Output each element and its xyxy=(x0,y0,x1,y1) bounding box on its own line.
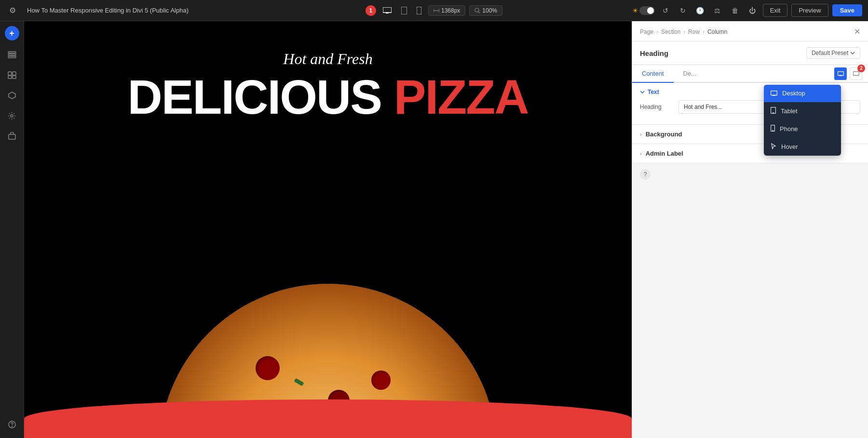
preset-button[interactable]: Default Preset xyxy=(806,47,860,59)
badge-2: 2 xyxy=(857,65,865,72)
panel-tab-right: Desktop Tablet Phone xyxy=(834,65,868,82)
breadcrumb-sep-1: › xyxy=(656,28,658,35)
svg-point-7 xyxy=(475,8,479,12)
width-display[interactable]: 1368px xyxy=(428,5,465,16)
dd-desktop-label: Desktop xyxy=(782,90,805,97)
history-button[interactable]: 🕐 xyxy=(693,4,707,17)
phone-dd-icon xyxy=(771,125,775,133)
phone-device-btn[interactable] xyxy=(414,5,424,16)
dd-tablet-label: Tablet xyxy=(781,107,798,115)
background-section-title: Background xyxy=(646,131,682,138)
svg-point-19 xyxy=(12,426,12,427)
device-dropdown: Desktop Tablet Phone xyxy=(764,85,841,156)
layers-button[interactable] xyxy=(3,46,21,64)
device-tab-wrapper: Desktop Tablet Phone xyxy=(834,67,847,80)
desktop-device-btn[interactable] xyxy=(380,5,394,16)
breadcrumb-sep-2: › xyxy=(683,28,685,35)
panel-breadcrumb: Page › Section › Row › Column ✕ xyxy=(632,21,868,41)
panel-header: Heading Default Preset xyxy=(632,41,868,65)
badge-1: 1 xyxy=(366,5,376,16)
preview-button[interactable]: Preview xyxy=(791,4,828,17)
svg-point-25 xyxy=(773,112,773,113)
preset-label: Default Preset xyxy=(812,50,848,56)
extra-device-badge: 2 xyxy=(850,67,862,80)
panel-tabs: Content De... Desktop xyxy=(632,65,868,83)
svg-rect-14 xyxy=(8,76,12,79)
tab-design[interactable]: De... xyxy=(674,65,706,83)
tab-desktop-btn[interactable] xyxy=(834,67,847,80)
redo-button[interactable]: ↻ xyxy=(676,4,690,17)
topping-1 xyxy=(256,356,280,380)
desktop-dd-icon xyxy=(771,90,777,97)
red-wave xyxy=(24,399,632,438)
modules-button[interactable] xyxy=(3,87,21,104)
help-side-button[interactable] xyxy=(3,416,21,433)
svg-rect-12 xyxy=(8,72,12,75)
toolbar: ⚙ How To Master Responsive Editing in Di… xyxy=(0,0,868,21)
svg-rect-1 xyxy=(386,13,389,13)
canvas-subtitle: Hot and Fresh xyxy=(24,50,632,68)
sections-button[interactable] xyxy=(3,66,21,84)
tab-content[interactable]: Content xyxy=(632,65,674,83)
svg-rect-20 xyxy=(838,71,843,75)
admin-label-section-title: Admin Label xyxy=(646,150,683,157)
hover-dd-icon xyxy=(771,143,776,151)
exit-button[interactable]: Exit xyxy=(763,4,788,17)
zoom-value: 100% xyxy=(482,7,497,14)
sun-icon: ☀ xyxy=(632,7,638,14)
settings-button[interactable]: ⚖ xyxy=(711,4,724,17)
dd-item-tablet[interactable]: Tablet xyxy=(764,102,841,120)
dd-item-desktop[interactable]: Desktop xyxy=(764,85,841,102)
power-button[interactable]: ⏻ xyxy=(746,4,759,17)
dd-phone-label: Phone xyxy=(780,125,798,133)
save-button[interactable]: Save xyxy=(832,4,862,16)
svg-rect-13 xyxy=(13,72,16,75)
svg-point-16 xyxy=(11,115,13,117)
svg-point-27 xyxy=(773,130,773,131)
add-content-button[interactable]: + xyxy=(5,26,19,40)
theme-toggle[interactable]: ☀ xyxy=(632,6,655,15)
svg-rect-2 xyxy=(401,7,407,14)
svg-rect-9 xyxy=(8,52,16,53)
canvas-inner: Hot and Fresh DELICIOUS PIZZA xyxy=(24,21,632,438)
canvas-title: DELICIOUS PIZZA xyxy=(24,73,632,121)
svg-line-8 xyxy=(478,12,480,13)
width-value: 1368px xyxy=(441,7,460,14)
svg-rect-28 xyxy=(853,71,859,75)
tablet-dd-icon xyxy=(771,107,776,115)
panel-close-button[interactable]: ✕ xyxy=(854,27,860,36)
svg-rect-10 xyxy=(8,54,16,55)
gear-button[interactable]: ⚙ xyxy=(6,4,19,17)
zoom-display[interactable]: 100% xyxy=(469,5,502,16)
canvas-title-white: DELICIOUS xyxy=(127,70,381,124)
pizza-banner: Hot and Fresh DELICIOUS PIZZA xyxy=(24,21,632,438)
panel-module-title: Heading xyxy=(640,49,668,57)
background-chevron: › xyxy=(640,132,642,137)
dd-item-phone[interactable]: Phone xyxy=(764,120,841,138)
svg-rect-22 xyxy=(771,91,777,95)
dd-item-hover[interactable]: Hover xyxy=(764,138,841,156)
right-panel: Page › Section › Row › Column ✕ Heading … xyxy=(632,21,868,438)
svg-rect-0 xyxy=(383,7,392,13)
svg-rect-17 xyxy=(9,134,15,139)
breadcrumb-column: Column xyxy=(707,28,727,35)
svg-rect-11 xyxy=(8,56,16,58)
breadcrumb-section[interactable]: Section xyxy=(661,28,680,35)
settings-side-button[interactable] xyxy=(3,107,21,124)
breadcrumb-sep-3: › xyxy=(703,28,705,35)
tablet-device-btn[interactable] xyxy=(398,5,410,16)
svg-rect-15 xyxy=(13,76,16,79)
help-circle[interactable]: ? xyxy=(640,169,651,180)
left-sidebar: + xyxy=(0,21,24,438)
trash-button[interactable]: 🗑 xyxy=(728,4,742,17)
canvas-title-red: PIZZA xyxy=(394,70,529,124)
dark-mode-toggle[interactable] xyxy=(639,6,655,15)
breadcrumb-row[interactable]: Row xyxy=(688,28,700,35)
extensions-button[interactable] xyxy=(3,127,21,145)
toolbar-title: How To Master Responsive Editing in Divi… xyxy=(27,7,627,14)
admin-label-chevron: › xyxy=(640,151,642,157)
toolbar-center: 1 1368px 100% xyxy=(366,5,502,16)
pizza-text-area: Hot and Fresh DELICIOUS PIZZA xyxy=(24,50,632,121)
undo-button[interactable]: ↺ xyxy=(659,4,672,17)
breadcrumb-page[interactable]: Page xyxy=(640,28,653,35)
